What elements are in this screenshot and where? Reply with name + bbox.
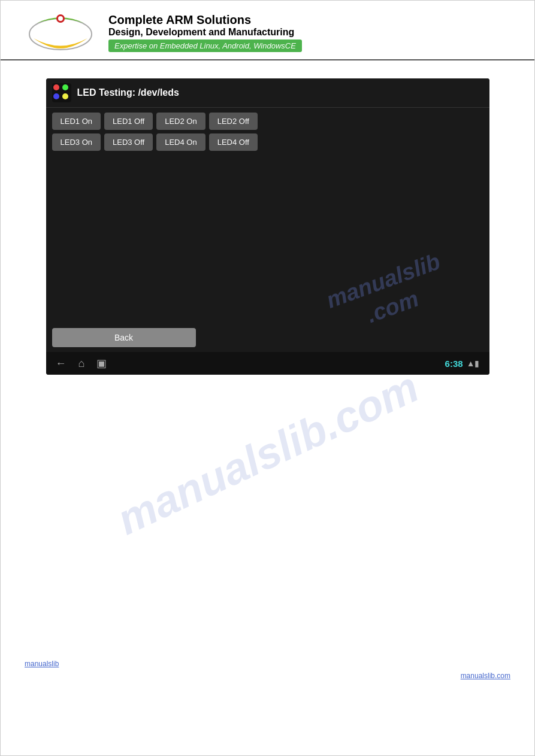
app-icon (52, 83, 71, 102)
back-button-bar: Back (46, 323, 489, 352)
led2-on-button[interactable]: LED2 On (156, 113, 205, 130)
led1-on-button[interactable]: LED1 On (52, 113, 101, 130)
header-title-line1: Complete ARM Solutions (108, 13, 302, 27)
svg-point-2 (58, 16, 63, 21)
back-nav-icon[interactable]: ← (56, 357, 67, 370)
led4-on-button[interactable]: LED4 On (156, 133, 205, 151)
footer-link-right[interactable]: manualslib.com (461, 672, 510, 680)
main-content: LED Testing: /dev/leds LED1 On LED1 Off … (1, 60, 534, 393)
footer-link-left[interactable]: manualslib (25, 660, 59, 668)
header-title-line2: Design, Development and Manufacturing (108, 27, 302, 38)
led3-on-button[interactable]: LED3 On (52, 133, 101, 151)
status-time: 6:38 (445, 359, 463, 369)
header-banner: Expertise on Embedded Linux, Android, Wi… (108, 40, 302, 52)
icon-circle-blue (53, 93, 59, 99)
back-button[interactable]: Back (52, 328, 196, 347)
led-button-grid: LED1 On LED1 Off LED2 On LED2 Off LED3 O… (46, 108, 489, 156)
led3-off-button[interactable]: LED3 Off (104, 133, 153, 151)
nav-left-icons: ← ⌂ ▣ (56, 357, 107, 370)
app-title: LED Testing: /dev/leds (77, 87, 179, 98)
svg-text:Friendly: Friendly (50, 22, 71, 28)
nav-right-status: 6:38 ▲▮ (445, 359, 480, 369)
screen-watermark: manualslib.com (323, 248, 454, 323)
friendly-arm-logo: ARM Friendly (25, 11, 96, 53)
icon-circle-green (62, 84, 68, 90)
page-body: manualslib.com manualslib.com manualslib (1, 393, 534, 728)
led1-off-button[interactable]: LED1 Off (104, 113, 153, 130)
page-header: ARM Friendly Complete ARM Solutions Desi… (1, 1, 534, 60)
icon-circle-red (53, 84, 59, 90)
recents-nav-icon[interactable]: ▣ (96, 357, 107, 370)
app-title-bar: LED Testing: /dev/leds (46, 78, 489, 108)
led4-off-button[interactable]: LED4 Off (209, 133, 258, 151)
navigation-bar: ← ⌂ ▣ 6:38 ▲▮ (46, 352, 489, 375)
signal-icon: ▲▮ (467, 359, 480, 368)
logo: ARM Friendly (25, 11, 96, 53)
led2-off-button[interactable]: LED2 Off (209, 113, 258, 130)
android-screen: LED Testing: /dev/leds LED1 On LED1 Off … (46, 78, 489, 375)
svg-text:ARM: ARM (50, 29, 71, 39)
home-nav-icon[interactable]: ⌂ (78, 357, 85, 370)
icon-circle-yellow (62, 93, 68, 99)
screen-body: manualslib.com (46, 156, 489, 323)
header-text-block: Complete ARM Solutions Design, Developme… (108, 13, 302, 52)
button-row-2: LED3 On LED3 Off LED4 On LED4 Off (52, 133, 483, 151)
button-row-1: LED1 On LED1 Off LED2 On LED2 Off (52, 113, 483, 130)
